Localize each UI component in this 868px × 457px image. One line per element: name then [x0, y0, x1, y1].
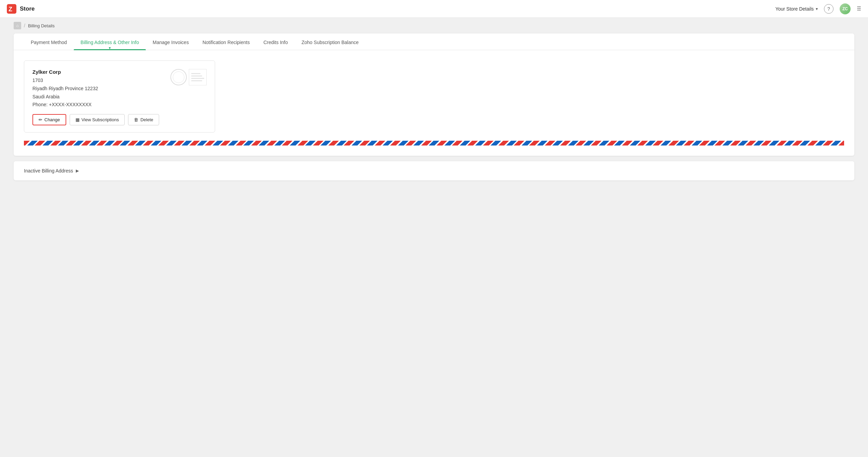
app-header: Z Store Your Store Details ▾ ? ZC ⠿ — [0, 0, 868, 18]
store-details-button[interactable]: Your Store Details ▾ — [775, 6, 818, 12]
address-country: Saudi Arabia — [32, 93, 170, 100]
header-right: Your Store Details ▾ ? ZC ⠿ — [775, 3, 861, 14]
stamp-line-4 — [191, 80, 202, 81]
zoho-logo-icon: Z — [7, 4, 16, 14]
view-subscriptions-label: View Subscriptions — [82, 117, 119, 122]
avatar-initials: ZC — [842, 6, 848, 11]
header-left: Z Store — [7, 4, 34, 14]
tab-zoho-subscription-balance[interactable]: Zoho Subscription Balance — [295, 33, 365, 50]
chevron-down-icon: ▾ — [816, 6, 818, 11]
action-buttons: ✏ Change ▦ View Subscriptions 🗑 Delete — [32, 114, 207, 125]
stamp-circle — [170, 69, 187, 85]
address-phone: Phone: +XXXX-XXXXXXXX — [32, 102, 170, 107]
stamp-circle-inner — [173, 71, 184, 83]
home-breadcrumb[interactable]: ⌂ — [14, 22, 21, 29]
tabs-nav: Payment Method Billing Address & Other I… — [14, 33, 854, 50]
help-icon: ? — [827, 6, 830, 12]
change-label: Change — [44, 117, 60, 122]
stamp-line-3 — [191, 78, 204, 79]
trash-icon: 🗑 — [134, 117, 138, 122]
grid-apps-button[interactable]: ⠿ — [857, 5, 861, 13]
tab-manage-invoices[interactable]: Manage Invoices — [146, 33, 196, 50]
inactive-billing-label: Inactive Billing Address — [24, 168, 73, 174]
stamp-rect — [189, 69, 207, 85]
breadcrumb-separator: / — [24, 23, 25, 28]
breadcrumb-current: Billing Details — [28, 23, 55, 28]
stamp-line-2 — [191, 75, 202, 77]
tab-payment-method[interactable]: Payment Method — [24, 33, 74, 50]
stamp-decoration — [170, 69, 207, 85]
main-content: Payment Method Billing Address & Other I… — [0, 33, 868, 194]
avatar[interactable]: ZC — [840, 3, 851, 14]
address-info: Zylker Corp 1703 Riyadh Riyadh Province … — [32, 69, 170, 113]
active-tab-arrow — [108, 45, 111, 50]
pencil-icon: ✏ — [39, 117, 42, 122]
help-button[interactable]: ? — [824, 4, 834, 14]
address-line1: 1703 — [32, 77, 170, 84]
card-body: Zylker Corp 1703 Riyadh Riyadh Province … — [14, 50, 854, 156]
phone-value: +XXXX-XXXXXXXX — [49, 102, 92, 107]
change-button[interactable]: ✏ Change — [32, 114, 66, 125]
app-name: Store — [20, 5, 34, 12]
inactive-arrow-icon: ▶ — [76, 168, 79, 173]
address-card: Zylker Corp 1703 Riyadh Riyadh Province … — [24, 60, 215, 133]
delete-label: Delete — [140, 117, 153, 122]
subscriptions-icon: ▦ — [75, 117, 80, 122]
inactive-billing-toggle[interactable]: Inactive Billing Address ▶ — [24, 168, 844, 174]
address-line2: Riyadh Riyadh Province 12232 — [32, 85, 170, 92]
tab-billing-address[interactable]: Billing Address & Other Info — [74, 33, 146, 50]
phone-label: Phone: — [32, 102, 47, 107]
tab-notification-recipients[interactable]: Notification Recipients — [196, 33, 257, 50]
address-card-top: Zylker Corp 1703 Riyadh Riyadh Province … — [32, 69, 207, 113]
tab-credits-info[interactable]: Credits Info — [256, 33, 295, 50]
delete-button[interactable]: 🗑 Delete — [128, 114, 159, 125]
inactive-billing-card: Inactive Billing Address ▶ — [14, 161, 854, 180]
breadcrumb: ⌂ / Billing Details — [0, 18, 868, 33]
company-name: Zylker Corp — [32, 69, 170, 75]
home-icon: ⌂ — [16, 23, 18, 28]
airmail-border — [24, 141, 844, 146]
billing-card: Payment Method Billing Address & Other I… — [14, 33, 854, 156]
view-subscriptions-button[interactable]: ▦ View Subscriptions — [70, 114, 125, 125]
stamp-line-1 — [191, 73, 200, 74]
svg-text:Z: Z — [9, 6, 12, 13]
store-details-label: Your Store Details — [775, 6, 814, 12]
grid-icon: ⠿ — [857, 5, 861, 12]
